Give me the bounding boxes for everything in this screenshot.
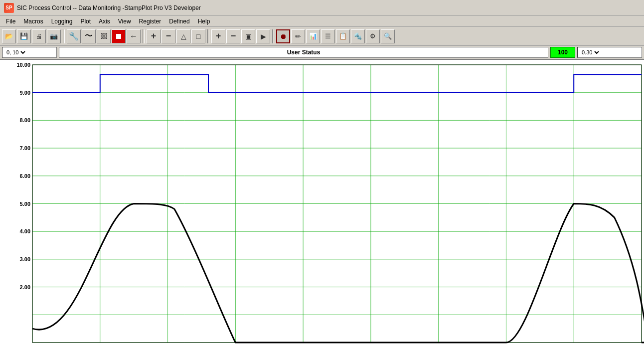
rate-select[interactable]: 0.30 0.10 0.50 1.00: [580, 49, 601, 56]
wrench-button[interactable]: 🔩: [351, 29, 365, 43]
rate-dropdown[interactable]: 0.30 0.10 0.50 1.00: [577, 47, 642, 58]
menu-register[interactable]: Register: [135, 17, 165, 26]
separator-3: [207, 29, 209, 43]
chart-canvas: [0, 60, 644, 345]
config-button[interactable]: ⚙: [366, 29, 380, 43]
menu-axis[interactable]: Axis: [95, 17, 114, 26]
zoom-in2-button[interactable]: +: [211, 29, 225, 43]
window-title: SIC Process Control -- Data Monitoring -…: [17, 4, 201, 11]
play-button[interactable]: ▶: [256, 29, 270, 43]
rect2-button[interactable]: ▣: [241, 29, 255, 43]
menu-defined[interactable]: Defined: [165, 17, 193, 26]
wave-button[interactable]: 〜: [82, 29, 96, 43]
print-button[interactable]: 🖨: [32, 29, 46, 43]
menu-help[interactable]: Help: [194, 17, 214, 26]
range-select[interactable]: 0, 10 0, 5 0, 20: [4, 49, 27, 56]
zoom-out-button[interactable]: −: [161, 29, 175, 43]
chart-button[interactable]: 📊: [306, 29, 320, 43]
record-button[interactable]: ⏺: [276, 29, 290, 43]
save-button[interactable]: 💾: [17, 29, 31, 43]
menu-plot[interactable]: Plot: [76, 17, 95, 26]
triangle-button[interactable]: △: [176, 29, 190, 43]
separator-2: [143, 29, 145, 43]
menu-view[interactable]: View: [114, 17, 135, 26]
user-status-label: User Status: [59, 47, 548, 58]
separator-1: [63, 29, 65, 43]
title-bar: SP SIC Process Control -- Data Monitorin…: [0, 0, 644, 16]
menu-file[interactable]: File: [2, 17, 19, 26]
counter-value: 100: [550, 47, 575, 58]
image-button[interactable]: 🖼: [97, 29, 111, 43]
chart-area: [0, 60, 644, 345]
open-button[interactable]: 📂: [2, 29, 16, 43]
app-icon: SP: [4, 3, 14, 13]
tool-button[interactable]: 🔧: [67, 29, 81, 43]
menu-bar: File Macros Logging Plot Axis View Regis…: [0, 16, 644, 27]
data-button[interactable]: 📋: [336, 29, 350, 43]
range-dropdown[interactable]: 0, 10 0, 5 0, 20: [2, 47, 57, 58]
back-button[interactable]: ←: [127, 29, 141, 43]
list-button[interactable]: ☰: [321, 29, 335, 43]
zoom-in-button[interactable]: +: [147, 29, 161, 43]
zoom-out2-button[interactable]: −: [226, 29, 240, 43]
status-bar: 0, 10 0, 5 0, 20 User Status 100 0.30 0.…: [0, 46, 644, 60]
menu-logging[interactable]: Logging: [47, 17, 77, 26]
menu-macros[interactable]: Macros: [19, 17, 47, 26]
toolbar: 📂 💾 🖨 📷 🔧 〜 🖼 ⏹ ← + − △ □ + − ▣ ▶ ⏺ ✏ 📊 …: [0, 27, 644, 46]
separator-4: [272, 29, 274, 43]
zoom-mag-button[interactable]: 🔍: [381, 29, 395, 43]
camera-button[interactable]: 📷: [47, 29, 61, 43]
pen-button[interactable]: ✏: [291, 29, 305, 43]
rectangle-button[interactable]: □: [191, 29, 205, 43]
stop-button[interactable]: ⏹: [112, 29, 126, 43]
